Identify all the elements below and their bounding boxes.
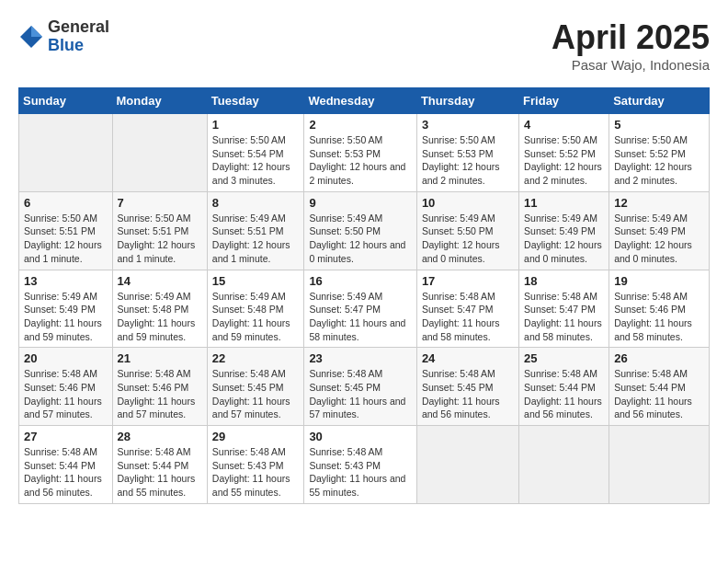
day-number: 18 (524, 274, 604, 288)
day-number: 29 (212, 430, 300, 443)
calendar-cell (19, 114, 113, 192)
calendar-cell: 12Sunrise: 5:49 AM Sunset: 5:49 PM Dayli… (609, 191, 710, 270)
day-number: 14 (118, 274, 202, 288)
calendar-cell: 19Sunrise: 5:48 AM Sunset: 5:46 PM Dayli… (609, 270, 710, 348)
calendar-week-row: 27Sunrise: 5:48 AM Sunset: 5:44 PM Dayli… (19, 426, 710, 504)
calendar-week-row: 13Sunrise: 5:49 AM Sunset: 5:49 PM Dayli… (19, 270, 710, 348)
calendar-cell: 8Sunrise: 5:49 AM Sunset: 5:51 PM Daylig… (207, 191, 304, 270)
calendar-cell: 6Sunrise: 5:50 AM Sunset: 5:51 PM Daylig… (19, 191, 113, 270)
calendar-cell: 5Sunrise: 5:50 AM Sunset: 5:52 PM Daylig… (609, 114, 710, 192)
day-number: 23 (309, 351, 412, 365)
day-number: 7 (118, 196, 202, 210)
day-detail: Sunrise: 5:48 AM Sunset: 5:46 PM Dayligh… (118, 367, 202, 421)
day-number: 26 (614, 351, 704, 365)
day-number: 17 (422, 274, 514, 288)
calendar-cell (609, 426, 710, 504)
calendar-cell: 22Sunrise: 5:48 AM Sunset: 5:45 PM Dayli… (207, 348, 304, 426)
day-number: 8 (212, 196, 300, 210)
weekday-header-tuesday: Tuesday (207, 88, 304, 114)
page-header: General Blue April 2025 Pasar Wajo, Indo… (18, 18, 710, 73)
calendar-cell: 14Sunrise: 5:49 AM Sunset: 5:48 PM Dayli… (112, 270, 207, 348)
calendar-cell: 21Sunrise: 5:48 AM Sunset: 5:46 PM Dayli… (112, 348, 207, 426)
day-detail: Sunrise: 5:48 AM Sunset: 5:44 PM Dayligh… (118, 445, 202, 500)
day-detail: Sunrise: 5:48 AM Sunset: 5:46 PM Dayligh… (24, 367, 108, 421)
day-number: 4 (524, 118, 604, 132)
calendar-cell: 18Sunrise: 5:48 AM Sunset: 5:47 PM Dayli… (519, 270, 609, 348)
day-detail: Sunrise: 5:50 AM Sunset: 5:52 PM Dayligh… (524, 133, 604, 188)
day-number: 19 (614, 274, 704, 288)
day-detail: Sunrise: 5:50 AM Sunset: 5:53 PM Dayligh… (309, 133, 412, 188)
day-number: 1 (212, 118, 300, 132)
day-detail: Sunrise: 5:50 AM Sunset: 5:53 PM Dayligh… (422, 133, 514, 188)
day-number: 25 (524, 351, 604, 365)
day-detail: Sunrise: 5:48 AM Sunset: 5:44 PM Dayligh… (24, 445, 108, 500)
logo-blue-text: Blue (48, 37, 109, 55)
day-detail: Sunrise: 5:49 AM Sunset: 5:51 PM Dayligh… (212, 212, 300, 266)
calendar-cell: 13Sunrise: 5:49 AM Sunset: 5:49 PM Dayli… (19, 270, 113, 348)
calendar-cell: 15Sunrise: 5:49 AM Sunset: 5:48 PM Dayli… (207, 270, 304, 348)
weekday-header-thursday: Thursday (416, 88, 518, 114)
calendar-cell: 10Sunrise: 5:49 AM Sunset: 5:50 PM Dayli… (416, 191, 518, 270)
logo-general-text: General (48, 18, 109, 37)
day-detail: Sunrise: 5:50 AM Sunset: 5:51 PM Dayligh… (24, 212, 108, 266)
day-number: 11 (524, 196, 604, 210)
calendar-cell: 17Sunrise: 5:48 AM Sunset: 5:47 PM Dayli… (416, 270, 518, 348)
day-detail: Sunrise: 5:48 AM Sunset: 5:43 PM Dayligh… (309, 445, 412, 500)
day-number: 3 (422, 118, 514, 132)
day-number: 6 (24, 196, 108, 210)
day-number: 16 (309, 274, 412, 288)
logo-icon (18, 24, 44, 50)
weekday-header-wednesday: Wednesday (304, 88, 417, 114)
day-detail: Sunrise: 5:48 AM Sunset: 5:44 PM Dayligh… (524, 367, 604, 421)
day-number: 30 (309, 430, 412, 443)
calendar-cell: 7Sunrise: 5:50 AM Sunset: 5:51 PM Daylig… (112, 191, 207, 270)
day-number: 12 (614, 196, 704, 210)
calendar-cell: 4Sunrise: 5:50 AM Sunset: 5:52 PM Daylig… (519, 114, 609, 192)
day-detail: Sunrise: 5:49 AM Sunset: 5:48 PM Dayligh… (118, 290, 202, 344)
day-detail: Sunrise: 5:48 AM Sunset: 5:47 PM Dayligh… (524, 290, 604, 344)
day-detail: Sunrise: 5:49 AM Sunset: 5:48 PM Dayligh… (212, 290, 300, 344)
day-detail: Sunrise: 5:49 AM Sunset: 5:49 PM Dayligh… (24, 290, 108, 344)
day-number: 9 (309, 196, 412, 210)
calendar-cell (519, 426, 609, 504)
day-detail: Sunrise: 5:50 AM Sunset: 5:54 PM Dayligh… (212, 133, 300, 188)
calendar-cell: 1Sunrise: 5:50 AM Sunset: 5:54 PM Daylig… (207, 114, 304, 192)
calendar-cell: 16Sunrise: 5:49 AM Sunset: 5:47 PM Dayli… (304, 270, 417, 348)
day-number: 28 (118, 430, 202, 443)
day-number: 22 (212, 351, 300, 365)
calendar-cell: 26Sunrise: 5:48 AM Sunset: 5:44 PM Dayli… (609, 348, 710, 426)
day-detail: Sunrise: 5:49 AM Sunset: 5:49 PM Dayligh… (524, 212, 604, 266)
calendar-cell: 11Sunrise: 5:49 AM Sunset: 5:49 PM Dayli… (519, 191, 609, 270)
day-number: 2 (309, 118, 412, 132)
weekday-header-monday: Monday (112, 88, 207, 114)
calendar-cell: 28Sunrise: 5:48 AM Sunset: 5:44 PM Dayli… (112, 426, 207, 504)
day-detail: Sunrise: 5:48 AM Sunset: 5:45 PM Dayligh… (422, 367, 514, 421)
day-number: 13 (24, 274, 108, 288)
day-detail: Sunrise: 5:49 AM Sunset: 5:47 PM Dayligh… (309, 290, 412, 344)
day-detail: Sunrise: 5:48 AM Sunset: 5:45 PM Dayligh… (212, 367, 300, 421)
calendar-cell: 25Sunrise: 5:48 AM Sunset: 5:44 PM Dayli… (519, 348, 609, 426)
calendar-cell: 29Sunrise: 5:48 AM Sunset: 5:43 PM Dayli… (207, 426, 304, 504)
calendar-week-row: 6Sunrise: 5:50 AM Sunset: 5:51 PM Daylig… (19, 191, 710, 270)
month-year-title: April 2025 (552, 18, 710, 57)
weekday-header-friday: Friday (519, 88, 609, 114)
calendar-cell: 3Sunrise: 5:50 AM Sunset: 5:53 PM Daylig… (416, 114, 518, 192)
day-number: 20 (24, 351, 108, 365)
day-detail: Sunrise: 5:49 AM Sunset: 5:50 PM Dayligh… (309, 212, 412, 266)
day-number: 24 (422, 351, 514, 365)
day-number: 15 (212, 274, 300, 288)
day-detail: Sunrise: 5:48 AM Sunset: 5:46 PM Dayligh… (614, 290, 704, 344)
calendar-cell: 2Sunrise: 5:50 AM Sunset: 5:53 PM Daylig… (304, 114, 417, 192)
calendar-table: SundayMondayTuesdayWednesdayThursdayFrid… (18, 87, 710, 504)
day-detail: Sunrise: 5:48 AM Sunset: 5:44 PM Dayligh… (614, 367, 704, 421)
day-detail: Sunrise: 5:49 AM Sunset: 5:50 PM Dayligh… (422, 212, 514, 266)
day-detail: Sunrise: 5:50 AM Sunset: 5:51 PM Dayligh… (118, 212, 202, 266)
day-number: 27 (24, 430, 108, 443)
calendar-cell (416, 426, 518, 504)
day-number: 10 (422, 196, 514, 210)
title-block: April 2025 Pasar Wajo, Indonesia (552, 18, 710, 73)
day-number: 5 (614, 118, 704, 132)
calendar-cell: 24Sunrise: 5:48 AM Sunset: 5:45 PM Dayli… (416, 348, 518, 426)
calendar-week-row: 20Sunrise: 5:48 AM Sunset: 5:46 PM Dayli… (19, 348, 710, 426)
day-number: 21 (118, 351, 202, 365)
